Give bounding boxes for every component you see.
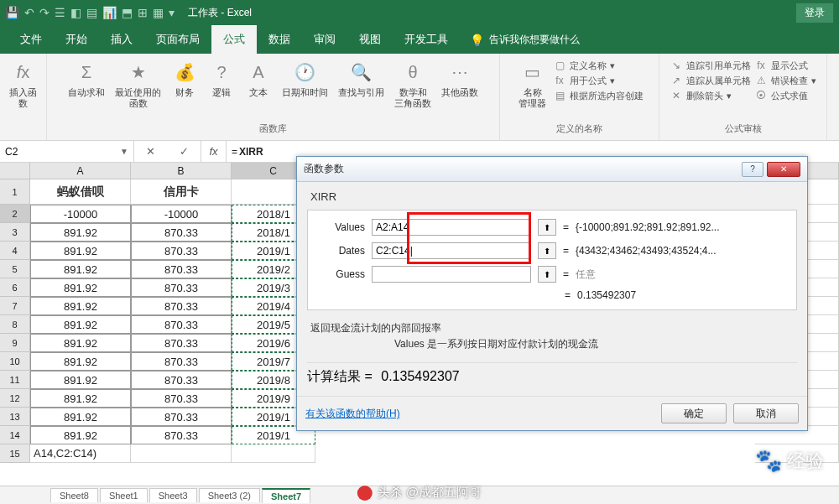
sheet-tab[interactable]: Sheet1 xyxy=(100,488,148,502)
fx-icon[interactable]: fx xyxy=(201,141,227,162)
sheet-tab[interactable]: Sheet3 xyxy=(149,488,197,502)
cell[interactable]: 蚂蚁借呗 xyxy=(30,179,131,205)
cell[interactable]: 870.33 xyxy=(131,297,232,315)
tab-view[interactable]: 视图 xyxy=(347,25,393,54)
login-button[interactable]: 登录 xyxy=(795,3,834,23)
date-button[interactable]: 🕐日期和时间 xyxy=(279,57,331,111)
cell[interactable]: 870.33 xyxy=(131,371,232,389)
qat-icon[interactable]: ◧ xyxy=(70,6,81,19)
row-header[interactable]: 5 xyxy=(0,260,30,278)
tab-dev[interactable]: 开发工具 xyxy=(393,25,460,54)
row-header[interactable]: 8 xyxy=(0,315,30,334)
other-button[interactable]: ⋯其他函数 xyxy=(438,57,482,111)
cancel-icon[interactable]: ✕ xyxy=(146,145,155,158)
enter-icon[interactable]: ✓ xyxy=(180,145,189,158)
cell[interactable]: 870.33 xyxy=(131,260,232,278)
col-header-B[interactable]: B xyxy=(131,163,232,179)
qat-icon[interactable]: ⬒ xyxy=(122,6,133,19)
cell[interactable]: 870.33 xyxy=(131,426,232,444)
cell[interactable]: 891.92 xyxy=(30,352,131,371)
logic-button[interactable]: ?逻辑 xyxy=(205,57,238,111)
sheet-tab-active[interactable]: Sheet7 xyxy=(262,488,310,503)
cell[interactable]: 891.92 xyxy=(30,371,131,389)
name-manager-button[interactable]: ▭名称 管理器 xyxy=(515,57,550,111)
cell[interactable]: 870.33 xyxy=(131,278,232,297)
row-header[interactable]: 1 xyxy=(0,179,30,205)
help-button[interactable]: ? xyxy=(742,162,763,177)
sheet-tab[interactable]: Sheet3 (2) xyxy=(199,488,260,502)
cell[interactable]: 891.92 xyxy=(30,334,131,352)
redo-icon[interactable]: ↷ xyxy=(39,6,50,19)
tab-data[interactable]: 数据 xyxy=(257,25,302,54)
tab-review[interactable]: 审阅 xyxy=(302,25,347,54)
row-header[interactable]: 4 xyxy=(0,242,30,260)
cell[interactable]: 870.33 xyxy=(131,315,232,334)
param-input-dates[interactable]: C2:C14| xyxy=(372,242,531,259)
cell[interactable]: -10000 xyxy=(131,205,232,223)
cell[interactable]: 891.92 xyxy=(30,297,131,315)
row-header[interactable]: 9 xyxy=(0,334,30,352)
row-header[interactable]: 7 xyxy=(0,297,30,315)
tab-home[interactable]: 开始 xyxy=(54,25,99,54)
text-button[interactable]: A文本 xyxy=(242,57,275,111)
cell[interactable]: -10000 xyxy=(30,205,131,223)
cell[interactable]: 891.92 xyxy=(30,223,131,242)
create-selection-button[interactable]: ▤根据所选内容创建 xyxy=(553,89,644,102)
sheet-tab[interactable]: Sheet8 xyxy=(50,488,98,502)
save-icon[interactable]: 💾 xyxy=(5,6,19,19)
insert-function-button[interactable]: fx 插入函数 xyxy=(5,57,41,111)
collapse-icon[interactable]: ⬆ xyxy=(538,219,556,236)
col-header-A[interactable]: A xyxy=(30,163,131,179)
row-header[interactable]: 2 xyxy=(0,205,30,223)
cell[interactable]: A14,C2:C14) xyxy=(30,444,131,463)
param-input-values[interactable]: A2:A14 xyxy=(372,219,531,236)
autosum-button[interactable]: Σ自动求和 xyxy=(65,57,108,111)
tab-insert[interactable]: 插入 xyxy=(99,25,144,54)
row-header[interactable]: 6 xyxy=(0,278,30,297)
ok-button[interactable]: 确定 xyxy=(661,403,727,423)
use-formula-button[interactable]: fx用于公式 ▾ xyxy=(553,74,644,87)
close-button[interactable]: ✕ xyxy=(767,162,800,177)
qat-dropdown-icon[interactable]: ▾ xyxy=(169,6,175,19)
error-check-button[interactable]: ⚠错误检查 ▾ xyxy=(754,74,816,87)
cell[interactable]: 信用卡 xyxy=(131,179,232,205)
financial-button[interactable]: 💰财务 xyxy=(168,57,201,111)
math-button[interactable]: θ数学和 三角函数 xyxy=(391,57,435,111)
qat-icon[interactable]: ⊞ xyxy=(138,6,148,19)
name-box[interactable]: C2 ▼ xyxy=(0,141,134,162)
dialog-titlebar[interactable]: 函数参数 ? ✕ xyxy=(297,157,807,182)
row-header[interactable]: 12 xyxy=(0,389,30,408)
evaluate-button[interactable]: ⦿公式求值 xyxy=(754,89,816,102)
tab-file[interactable]: 文件 xyxy=(8,25,54,54)
trace-precedents-button[interactable]: ↘追踪引用单元格 xyxy=(670,59,751,72)
collapse-icon[interactable]: ⬆ xyxy=(538,242,556,259)
row-header[interactable]: 11 xyxy=(0,371,30,389)
row-header[interactable]: 10 xyxy=(0,352,30,371)
trace-dependents-button[interactable]: ↗追踪从属单元格 xyxy=(670,74,751,87)
cell[interactable]: 870.33 xyxy=(131,352,232,371)
row-header[interactable]: 15 xyxy=(0,444,30,463)
cell[interactable]: 891.92 xyxy=(30,315,131,334)
qat-icon[interactable]: ▤ xyxy=(86,6,97,19)
row-header[interactable]: 3 xyxy=(0,223,30,242)
cell[interactable]: 891.92 xyxy=(30,278,131,297)
cell[interactable]: 870.33 xyxy=(131,389,232,408)
cell[interactable]: 891.92 xyxy=(30,260,131,278)
tab-formulas[interactable]: 公式 xyxy=(211,25,257,54)
cell[interactable]: 891.92 xyxy=(30,426,131,444)
collapse-icon[interactable]: ⬆ xyxy=(538,266,556,283)
row-header[interactable]: 13 xyxy=(0,408,30,426)
cell[interactable]: 891.92 xyxy=(30,242,131,260)
cell[interactable]: 891.92 xyxy=(30,389,131,408)
qat-icon[interactable]: ☰ xyxy=(55,6,65,19)
undo-icon[interactable]: ↶ xyxy=(24,6,34,19)
help-link[interactable]: 有关该函数的帮助(H) xyxy=(305,407,400,421)
cell[interactable]: 870.33 xyxy=(131,334,232,352)
qat-icon[interactable]: 📊 xyxy=(102,6,117,19)
param-input-guess[interactable] xyxy=(372,266,531,283)
dropdown-icon[interactable]: ▼ xyxy=(120,147,128,156)
remove-arrows-button[interactable]: ✕删除箭头 ▾ xyxy=(670,89,751,102)
define-name-button[interactable]: ▢定义名称 ▾ xyxy=(553,59,644,72)
cell[interactable]: 870.33 xyxy=(131,242,232,260)
qat-icon[interactable]: ▦ xyxy=(153,6,164,19)
